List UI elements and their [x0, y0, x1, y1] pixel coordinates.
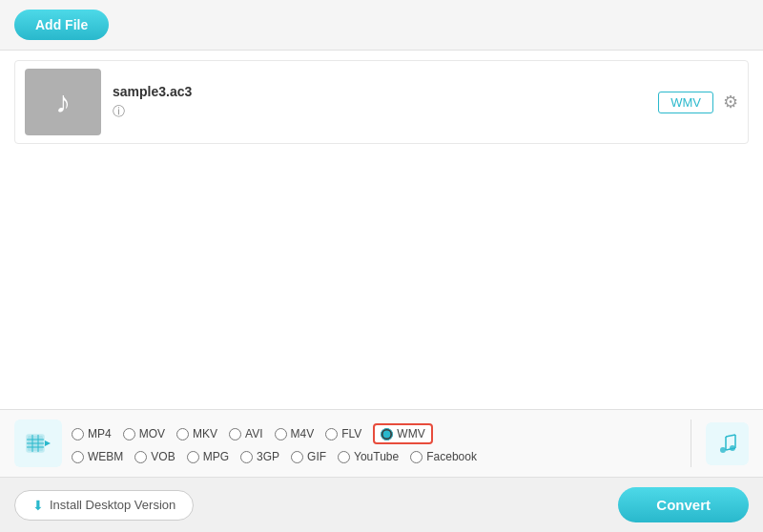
format-label-webm: WEBM: [88, 450, 123, 463]
radio-wmv[interactable]: [381, 428, 393, 440]
format-facebook[interactable]: Facebook: [410, 450, 477, 463]
bottom-panel: MP4 MOV MKV AVI M4V FLV: [0, 409, 763, 477]
format-label-gif: GIF: [307, 450, 326, 463]
radio-mpg[interactable]: [187, 451, 199, 463]
file-info: sample3.ac3 ⓘ: [113, 84, 658, 120]
radio-facebook[interactable]: [410, 451, 423, 463]
radio-flv[interactable]: [325, 428, 338, 440]
install-button[interactable]: ⬇ Install Desktop Version: [14, 490, 194, 521]
settings-icon[interactable]: ⚙: [723, 92, 738, 113]
format-label-3gp: 3GP: [257, 450, 279, 463]
info-icon[interactable]: ⓘ: [113, 103, 658, 120]
format-mpg[interactable]: MPG: [187, 450, 229, 463]
format-mp4[interactable]: MP4: [72, 427, 112, 440]
add-file-button[interactable]: Add File: [14, 10, 109, 40]
file-name: sample3.ac3: [113, 84, 658, 99]
svg-point-8: [720, 447, 726, 453]
format-label-mov: MOV: [139, 427, 165, 440]
radio-3gp[interactable]: [240, 451, 253, 463]
format-label-m4v: M4V: [291, 427, 315, 440]
file-thumbnail: ♪: [25, 69, 101, 135]
radio-mkv[interactable]: [176, 428, 189, 440]
formats-container: MP4 MOV MKV AVI M4V FLV: [72, 423, 686, 463]
radio-mp4[interactable]: [72, 428, 84, 440]
file-item: ♪ sample3.ac3 ⓘ WMV ⚙: [14, 60, 749, 144]
music-note-icon: ♪: [55, 85, 71, 120]
formats-row-1: MP4 MOV MKV AVI M4V FLV: [72, 423, 686, 444]
format-gif[interactable]: GIF: [291, 450, 326, 463]
radio-vob[interactable]: [134, 451, 147, 463]
format-mkv[interactable]: MKV: [176, 427, 217, 440]
format-label-flv: FLV: [341, 427, 361, 440]
svg-marker-7: [45, 440, 51, 446]
audio-panel-icon[interactable]: [706, 422, 749, 465]
format-3gp[interactable]: 3GP: [240, 450, 279, 463]
format-youtube[interactable]: YouTube: [338, 450, 399, 463]
download-icon: ⬇: [32, 498, 44, 513]
format-label-youtube: YouTube: [354, 450, 399, 463]
format-label-mp4: MP4: [88, 427, 112, 440]
radio-avi[interactable]: [229, 428, 241, 440]
radio-youtube[interactable]: [338, 451, 350, 463]
footer-bar: ⬇ Install Desktop Version Convert: [0, 477, 763, 532]
format-tag-button[interactable]: WMV: [658, 92, 713, 113]
format-label-mpg: MPG: [203, 450, 229, 463]
radio-m4v[interactable]: [275, 428, 287, 440]
format-label-wmv: WMV: [397, 427, 424, 440]
file-actions: WMV ⚙: [658, 92, 738, 113]
radio-webm[interactable]: [72, 451, 84, 463]
video-panel-icon[interactable]: [14, 419, 62, 467]
top-bar: Add File: [0, 0, 763, 51]
convert-button[interactable]: Convert: [618, 487, 749, 522]
radio-mov[interactable]: [123, 428, 135, 440]
format-mov[interactable]: MOV: [123, 427, 165, 440]
format-label-facebook: Facebook: [426, 450, 477, 463]
format-wmv[interactable]: WMV: [373, 423, 432, 444]
vertical-divider: [691, 419, 691, 467]
format-webm[interactable]: WEBM: [72, 450, 123, 463]
format-m4v[interactable]: M4V: [275, 427, 315, 440]
format-label-vob: VOB: [151, 450, 175, 463]
format-vob[interactable]: VOB: [134, 450, 175, 463]
format-label-avi: AVI: [245, 427, 262, 440]
radio-gif[interactable]: [291, 451, 303, 463]
formats-row-2: WEBM VOB MPG 3GP GIF YouTube: [72, 450, 686, 463]
format-label-mkv: MKV: [193, 427, 217, 440]
format-avi[interactable]: AVI: [229, 427, 262, 440]
install-label: Install Desktop Version: [50, 498, 175, 512]
file-list-area: ♪ sample3.ac3 ⓘ WMV ⚙: [0, 51, 763, 409]
svg-line-13: [726, 435, 735, 437]
format-flv[interactable]: FLV: [325, 427, 361, 440]
